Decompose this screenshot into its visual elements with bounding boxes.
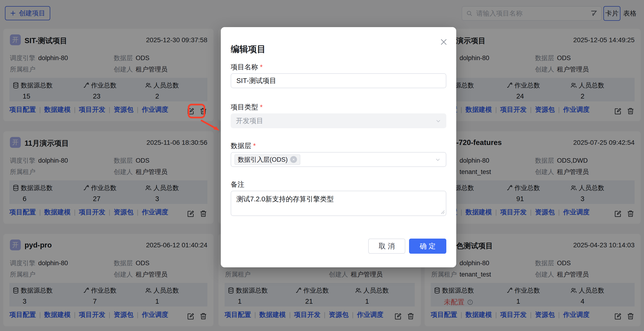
data-layer-select[interactable]: 数据引入层(ODS) [231,152,446,167]
remark-field-label: 备注 [231,180,244,189]
layer-tag: 数据引入层(ODS) [234,154,300,165]
layer-field-label: 数据层* [231,141,256,151]
name-field-label: 项目名称* [231,62,262,72]
required-mark: * [253,142,256,149]
type-field-label: 项目类型* [231,103,262,112]
layer-tag-label: 数据引入层(ODS) [238,155,288,164]
tag-remove-icon[interactable] [290,156,297,163]
annotation-highlight-box [188,104,205,118]
required-mark: * [260,63,262,71]
remark-textarea[interactable]: 测试7.2.0新支持的存算引擎类型 [231,191,446,216]
edit-project-modal: 编辑项目 项目名称* 项目类型* 开发项目 数据层* 数据引入层(ODS) [221,27,456,267]
annotation-arrow [198,117,224,134]
project-management-page: 创建项目 卡片 表格 开 SIT-测试项目 2025-12-30 09:37:5… [0,0,644,331]
project-name-input[interactable] [231,73,446,88]
chevron-down-icon [435,118,442,124]
project-type-value: 开发项目 [236,116,263,126]
close-icon[interactable] [439,37,448,46]
chevron-down-icon [434,156,441,163]
cancel-button[interactable]: 取 消 [368,239,405,254]
modal-title: 编辑项目 [231,43,266,55]
confirm-button[interactable]: 确 定 [409,239,446,254]
project-type-select[interactable]: 开发项目 [231,113,446,128]
required-mark: * [260,103,262,111]
